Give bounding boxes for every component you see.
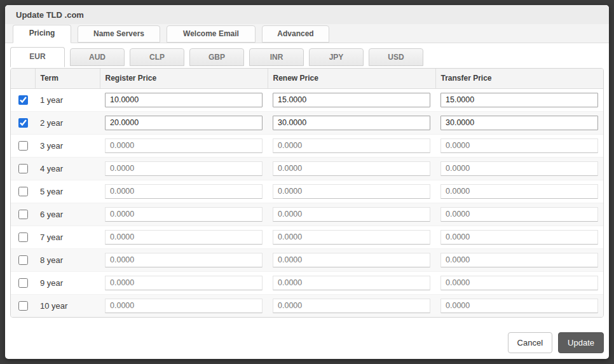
term-checkbox[interactable] <box>18 141 28 151</box>
table-row: 6 year <box>11 203 603 226</box>
term-label: 6 year <box>40 210 63 219</box>
tab-welcome-email[interactable]: Welcome Email <box>167 25 256 43</box>
term-checkbox[interactable] <box>18 164 28 173</box>
currency-tab-clp[interactable]: CLP <box>130 48 184 66</box>
renew-price-input[interactable] <box>273 161 430 176</box>
update-button[interactable]: Update <box>558 332 604 353</box>
register-price-cell <box>100 134 268 157</box>
renew-price-cell <box>268 226 435 248</box>
currency-tab-label: INR <box>270 53 283 62</box>
term-checkbox[interactable] <box>18 233 28 242</box>
renew-price-input[interactable] <box>273 207 430 222</box>
term-label: 1 year <box>40 95 63 105</box>
register-price-input[interactable] <box>105 93 263 107</box>
transfer-price-cell <box>435 248 603 271</box>
term-cell: 9 year <box>35 271 100 294</box>
pricing-table: Term Register Price Renew Price Transfer… <box>11 69 603 317</box>
register-price-input[interactable] <box>105 299 263 313</box>
tab-name-servers[interactable]: Name Servers <box>78 25 160 43</box>
term-checkbox-cell <box>11 88 35 111</box>
table-row: 8 year <box>11 248 603 271</box>
transfer-price-input[interactable] <box>440 276 598 290</box>
renew-price-input[interactable] <box>273 138 430 153</box>
register-price-input[interactable] <box>105 116 263 130</box>
term-label: 3 year <box>40 141 63 151</box>
renew-price-input[interactable] <box>273 276 430 290</box>
register-price-input[interactable] <box>105 138 263 153</box>
term-checkbox[interactable] <box>18 210 28 219</box>
term-cell: 5 year <box>35 180 100 203</box>
transfer-price-input[interactable] <box>440 138 598 153</box>
register-price-input[interactable] <box>105 161 263 176</box>
transfer-price-input[interactable] <box>440 116 598 130</box>
cancel-button[interactable]: Cancel <box>508 332 552 353</box>
transfer-price-input[interactable] <box>440 230 598 245</box>
table-row: 5 year <box>11 180 603 203</box>
register-price-cell <box>100 180 268 203</box>
transfer-price-input[interactable] <box>440 161 598 176</box>
transfer-price-cell <box>435 180 603 203</box>
modal-title: Update TLD .com <box>16 10 84 20</box>
transfer-price-input[interactable] <box>440 299 598 313</box>
pricing-table-panel: Term Register Price Renew Price Transfer… <box>10 68 604 318</box>
currency-tab-inr[interactable]: INR <box>249 48 304 66</box>
transfer-price-cell <box>435 88 603 111</box>
term-checkbox-cell <box>11 111 35 134</box>
term-cell: 8 year <box>35 248 100 271</box>
currency-tab-aud[interactable]: AUD <box>70 48 125 66</box>
renew-price-input[interactable] <box>273 299 430 313</box>
renew-price-input[interactable] <box>273 184 430 199</box>
term-checkbox[interactable] <box>18 118 28 128</box>
term-cell: 1 year <box>35 88 100 111</box>
term-label: 10 year <box>40 301 67 311</box>
transfer-price-input[interactable] <box>440 184 598 199</box>
term-label: 4 year <box>40 164 63 173</box>
register-price-input[interactable] <box>105 207 263 222</box>
transfer-price-cell <box>435 157 603 180</box>
register-price-input[interactable] <box>105 184 263 199</box>
term-label: 9 year <box>40 278 63 288</box>
renew-price-input[interactable] <box>273 116 430 130</box>
currency-tab-label: GBP <box>208 53 225 62</box>
term-checkbox[interactable] <box>18 95 28 105</box>
term-checkbox[interactable] <box>18 301 28 311</box>
table-row: 9 year <box>11 271 603 294</box>
transfer-price-cell <box>435 203 603 226</box>
term-cell: 2 year <box>35 111 100 134</box>
renew-price-input[interactable] <box>273 230 430 245</box>
currency-tab-label: EUR <box>29 52 45 61</box>
tab-pricing[interactable]: Pricing <box>13 25 71 43</box>
currency-tab-jpy[interactable]: JPY <box>309 48 364 66</box>
register-price-cell <box>100 226 268 248</box>
register-price-input[interactable] <box>105 253 263 267</box>
currency-tab-eur[interactable]: EUR <box>10 47 65 67</box>
transfer-price-input[interactable] <box>440 93 598 107</box>
register-price-input[interactable] <box>105 230 263 245</box>
transfer-price-cell <box>435 111 603 134</box>
renew-price-input[interactable] <box>273 253 430 267</box>
term-checkbox[interactable] <box>18 187 28 196</box>
transfer-price-input[interactable] <box>440 253 598 267</box>
tab-advanced[interactable]: Advanced <box>262 25 329 43</box>
register-price-cell <box>100 271 268 294</box>
currency-tab-gbp[interactable]: GBP <box>189 48 244 66</box>
term-checkbox-cell <box>11 157 35 180</box>
register-price-cell <box>100 88 268 111</box>
renew-price-cell <box>268 111 435 134</box>
tab-label: Name Servers <box>93 29 144 38</box>
modal-footer: Cancel Update <box>5 318 609 359</box>
transfer-price-cell <box>435 226 603 248</box>
main-tabstrip: PricingName ServersWelcome EmailAdvanced <box>5 24 609 43</box>
renew-price-cell <box>268 180 435 203</box>
renew-price-input[interactable] <box>273 93 430 107</box>
table-header-row: Term Register Price Renew Price Transfer… <box>11 69 603 88</box>
register-price-input[interactable] <box>105 276 263 290</box>
header-renew-price: Renew Price <box>268 69 435 88</box>
transfer-price-input[interactable] <box>440 207 598 222</box>
term-checkbox[interactable] <box>18 278 28 288</box>
currency-tab-usd[interactable]: USD <box>369 48 423 66</box>
tab-label: Pricing <box>29 29 55 37</box>
register-price-cell <box>100 294 268 317</box>
renew-price-cell <box>268 157 435 180</box>
term-checkbox[interactable] <box>18 255 28 265</box>
